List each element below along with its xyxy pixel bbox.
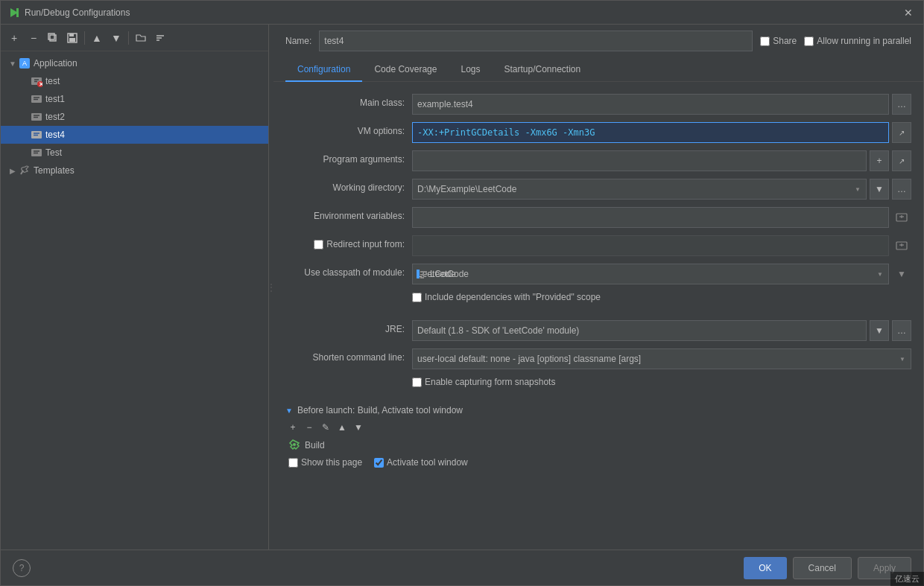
include-deps-label[interactable]: Include dependencies with "Provided" sco… bbox=[412, 292, 601, 302]
enable-snapshots-checkbox[interactable] bbox=[412, 378, 422, 387]
help-button[interactable]: ? bbox=[13, 559, 31, 577]
redirect-input-row: Redirect input from: bbox=[285, 235, 911, 256]
application-label: Application bbox=[34, 58, 77, 69]
left-panel: + − ▲ ▼ bbox=[1, 25, 269, 550]
tree-item-test[interactable]: ✕ test bbox=[1, 72, 268, 90]
before-launch-move-down-button[interactable]: ▼ bbox=[351, 420, 366, 435]
redirect-browse-button[interactable] bbox=[892, 235, 911, 256]
jre-browse-button[interactable]: … bbox=[892, 320, 911, 341]
enable-snapshots-control: Enable capturing form snapshots bbox=[412, 377, 911, 387]
svg-rect-6 bbox=[69, 38, 75, 42]
enable-snapshots-row: Enable capturing form snapshots bbox=[285, 377, 911, 398]
before-launch-build-label: Build bbox=[305, 440, 325, 450]
save-button[interactable] bbox=[63, 29, 81, 47]
build-icon bbox=[288, 439, 300, 451]
config-icon bbox=[31, 111, 42, 123]
tab-startup-connection[interactable]: Startup/Connection bbox=[492, 58, 592, 82]
working-dir-browse-button[interactable]: … bbox=[892, 179, 911, 200]
before-launch-remove-button[interactable]: − bbox=[302, 420, 317, 435]
tree-item-test4[interactable]: test4 bbox=[1, 126, 268, 144]
redirect-input[interactable] bbox=[412, 235, 889, 256]
configuration-panel: Main class: … VM options: ↗ Pr bbox=[273, 82, 923, 550]
jre-input[interactable] bbox=[412, 320, 867, 341]
enable-snapshots-label[interactable]: Enable capturing form snapshots bbox=[412, 377, 555, 387]
include-deps-text: Include dependencies with "Provided" sco… bbox=[425, 292, 601, 302]
working-dir-label: Working directory: bbox=[285, 179, 412, 193]
move-down-button[interactable]: ▼ bbox=[107, 29, 125, 47]
jre-control: ▼ … bbox=[412, 320, 911, 341]
config-error-icon: ✕ bbox=[31, 75, 42, 87]
program-args-input[interactable] bbox=[412, 150, 867, 171]
show-page-checkbox[interactable] bbox=[288, 458, 298, 468]
vm-options-label: VM options: bbox=[285, 122, 412, 136]
activate-tool-label[interactable]: Activate tool window bbox=[374, 457, 468, 468]
wrench-icon bbox=[19, 165, 31, 176]
tab-code-coverage[interactable]: Code Coverage bbox=[362, 58, 449, 82]
svg-rect-2 bbox=[50, 35, 56, 41]
include-deps-row: Include dependencies with "Provided" sco… bbox=[285, 292, 911, 313]
config-tabs: Configuration Code Coverage Logs Startup… bbox=[273, 57, 923, 82]
shorten-cmd-select[interactable]: user-local default: none - java [options… bbox=[412, 348, 911, 369]
move-up-button[interactable]: ▲ bbox=[88, 29, 106, 47]
titlebar: Run/Debug Configurations ✕ bbox=[1, 1, 923, 25]
tree-item-label: test4 bbox=[45, 130, 65, 140]
ok-button[interactable]: OK bbox=[744, 557, 786, 579]
main-content: + − ▲ ▼ bbox=[1, 25, 923, 550]
folder-button[interactable] bbox=[132, 29, 150, 47]
classpath-select[interactable]: LeetCode bbox=[412, 264, 889, 284]
activate-tool-text: Activate tool window bbox=[387, 457, 468, 468]
redirect-checkbox-label[interactable]: Redirect input from: bbox=[285, 239, 405, 249]
tree-node-application[interactable]: ▼ A Application bbox=[1, 54, 268, 72]
tree-item-label: test1 bbox=[45, 94, 65, 104]
tree-item-test1[interactable]: test1 bbox=[1, 90, 268, 108]
env-vars-row: Environment variables: bbox=[285, 207, 911, 228]
main-class-browse-button[interactable]: … bbox=[892, 94, 911, 115]
before-launch-add-button[interactable]: + bbox=[285, 420, 300, 435]
vm-options-input[interactable] bbox=[412, 122, 889, 143]
vm-options-expand-button[interactable]: ↗ bbox=[892, 122, 911, 143]
tree-node-templates[interactable]: ▶ Templates bbox=[1, 162, 268, 179]
working-dir-dropdown[interactable]: ▼ bbox=[870, 179, 889, 200]
program-args-add-button[interactable]: + bbox=[870, 150, 889, 171]
name-input[interactable] bbox=[319, 31, 753, 51]
show-page-label[interactable]: Show this page bbox=[288, 457, 362, 468]
activate-tool-checkbox[interactable] bbox=[374, 458, 384, 468]
program-args-label: Program arguments: bbox=[285, 150, 412, 165]
share-checkbox[interactable] bbox=[760, 36, 770, 46]
enable-snapshots-spacer bbox=[285, 377, 412, 380]
classpath-label: Use classpath of module: bbox=[285, 264, 412, 278]
before-launch-edit-button[interactable]: ✎ bbox=[318, 420, 333, 435]
sort-button[interactable] bbox=[151, 29, 169, 47]
tab-configuration[interactable]: Configuration bbox=[285, 58, 362, 82]
allow-parallel-label[interactable]: Allow running in parallel bbox=[804, 36, 911, 46]
working-dir-input[interactable] bbox=[412, 179, 867, 200]
allow-parallel-checkbox[interactable] bbox=[804, 36, 814, 46]
tab-logs[interactable]: Logs bbox=[449, 58, 492, 82]
include-deps-checkbox[interactable] bbox=[412, 293, 422, 302]
before-launch-collapse[interactable]: ▼ bbox=[285, 407, 293, 415]
close-button[interactable]: ✕ bbox=[901, 5, 916, 20]
tree-item-label: test bbox=[45, 76, 60, 86]
env-vars-input[interactable] bbox=[412, 207, 889, 228]
env-vars-browse-button[interactable] bbox=[892, 207, 911, 228]
jre-dropdown[interactable]: ▼ bbox=[870, 320, 889, 341]
main-class-input[interactable] bbox=[412, 94, 889, 115]
remove-button[interactable]: − bbox=[25, 29, 42, 47]
share-checkbox-label[interactable]: Share bbox=[760, 36, 797, 46]
copy-button[interactable] bbox=[44, 29, 62, 47]
config-icon bbox=[31, 129, 42, 141]
watermark: 亿速云 bbox=[890, 572, 924, 586]
classpath-dropdown[interactable]: ▼ bbox=[892, 264, 911, 284]
before-launch-title: Before launch: Build, Activate tool wind… bbox=[297, 405, 463, 415]
config-icon bbox=[31, 93, 42, 105]
main-class-label: Main class: bbox=[285, 94, 412, 108]
add-button[interactable]: + bbox=[5, 29, 23, 47]
cancel-button[interactable]: Cancel bbox=[793, 557, 852, 579]
tree-item-test2[interactable]: test2 bbox=[1, 108, 268, 126]
program-args-control: + ↗ bbox=[412, 150, 911, 171]
include-deps-spacer bbox=[285, 292, 412, 296]
before-launch-move-up-button[interactable]: ▲ bbox=[335, 420, 349, 435]
tree-item-Test[interactable]: Test bbox=[1, 144, 268, 162]
program-args-expand-button[interactable]: ↗ bbox=[892, 150, 911, 171]
redirect-checkbox[interactable] bbox=[314, 240, 323, 249]
